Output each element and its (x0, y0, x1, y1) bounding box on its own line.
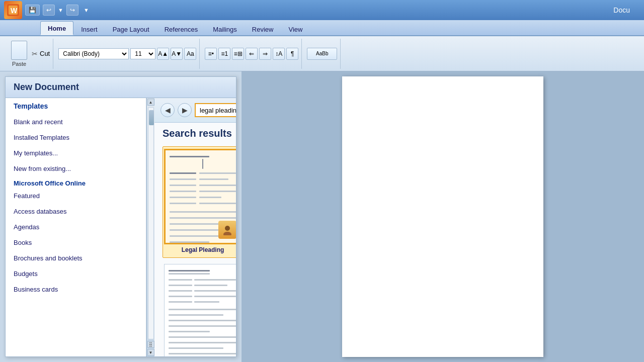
document-area (242, 71, 644, 362)
clipboard-group: Paste ✂ Cut (5, 39, 53, 69)
sidebar-item-templates[interactable]: Templates (6, 98, 146, 114)
document-page (342, 76, 543, 357)
results-area: ◀ ▶ Search results (154, 98, 236, 356)
tab-pagelayout[interactable]: Page Layout (105, 22, 157, 35)
styles-group: AaBb (304, 39, 341, 69)
indent-increase-button[interactable]: ⇒ (259, 48, 271, 60)
style-button[interactable]: AaBb (307, 48, 337, 60)
scroll-thumb[interactable] (149, 110, 154, 125)
sort-button[interactable]: ↕A (273, 48, 285, 60)
template-card-pleading-32[interactable]: Pleading form with 32 lines (163, 264, 236, 356)
tab-view[interactable]: View (281, 22, 310, 35)
grow-font-button[interactable]: A▲ (157, 48, 169, 60)
indent-decrease-button[interactable]: ⇐ (246, 48, 258, 60)
user-icon (218, 221, 236, 239)
svg-point-3 (225, 226, 230, 231)
results-grid: Legal Pleading (154, 142, 236, 356)
template-preview-pleading-32 (164, 264, 236, 356)
new-document-panel: New Document Templates Blank and recent … (5, 76, 236, 357)
paste-label: Paste (12, 61, 26, 67)
svg-point-4 (223, 232, 231, 235)
undo-button[interactable]: ↩ (43, 5, 55, 16)
forward-button[interactable]: ▶ (178, 103, 192, 117)
search-bar: ◀ ▶ (154, 98, 236, 123)
scroll-down-arrow[interactable]: ▼ (147, 349, 154, 356)
results-title: Search results (154, 123, 236, 142)
paragraph-group: ≡• ≡1 ≡⊞ ⇐ ⇒ ↕A ¶ (202, 39, 302, 69)
sidebar-item-installed[interactable]: Installed Templates (6, 130, 146, 145)
sidebar-item-agendas[interactable]: Agendas (6, 219, 146, 235)
tab-mailings[interactable]: Mailings (205, 22, 245, 35)
redo-button[interactable]: ↪ (66, 5, 78, 16)
sidebar-section-ms-online: Microsoft Office Online (6, 176, 146, 188)
back-button[interactable]: ◀ (160, 103, 175, 117)
office-logo: W (4, 1, 22, 19)
cut-button[interactable]: ✂ Cut (32, 50, 50, 58)
ribbon-tabs: Home Insert Page Layout References Maili… (0, 20, 644, 36)
font-group: Calibri (Body) 11 A▲ A▼ Aa (55, 39, 200, 69)
sidebar-item-books[interactable]: Books (6, 235, 146, 250)
sidebar-item-my-templates[interactable]: My templates... (6, 145, 146, 161)
svg-text:W: W (11, 7, 18, 15)
sidebar-item-new-existing[interactable]: New from existing... (6, 161, 146, 176)
save-button[interactable]: 💾 (25, 5, 40, 16)
sidebar-item-access-db[interactable]: Access databases (6, 204, 146, 219)
change-case-button[interactable]: Aa (184, 48, 196, 60)
sidebar-item-budgets[interactable]: Budgets (6, 266, 146, 282)
sidebar-item-blank-recent[interactable]: Blank and recent (6, 114, 146, 130)
app-title: Docu (613, 6, 630, 14)
bullets-button[interactable]: ≡• (205, 48, 217, 60)
tab-review[interactable]: Review (245, 22, 281, 35)
tab-insert[interactable]: Insert (73, 22, 105, 35)
cut-label: Cut (40, 50, 50, 57)
ribbon-toolbar: Paste ✂ Cut Calibri (Body) 11 A▲ A▼ Aa ≡… (0, 36, 644, 71)
template-card-legal-pleading[interactable]: Legal Pleading (163, 146, 236, 258)
sidebar-item-brochures[interactable]: Brochures and booklets (6, 250, 146, 266)
panel-body: Templates Blank and recent Installed Tem… (6, 98, 236, 356)
shrink-font-button[interactable]: A▼ (171, 48, 183, 60)
main-area: New Document Templates Blank and recent … (0, 71, 644, 362)
show-formatting-button[interactable]: ¶ (286, 48, 298, 60)
font-size-select[interactable]: 11 (130, 48, 155, 59)
sidebar-scrollbar[interactable]: ▲ ⣿ ▼ (146, 98, 154, 356)
undo-dropdown[interactable]: ▼ (58, 7, 63, 13)
numbering-button[interactable]: ≡1 (218, 48, 230, 60)
title-bar: W 💾 ↩ ▼ ↪ ▼ Docu (0, 0, 644, 20)
paste-button[interactable]: Paste (8, 40, 30, 68)
tab-home[interactable]: Home (40, 21, 73, 35)
panel-header: New Document (6, 77, 236, 98)
sidebar-container: Templates Blank and recent Installed Tem… (6, 98, 154, 356)
template-preview-legal-pleading (164, 149, 236, 244)
cut-copy-group: ✂ Cut (32, 50, 50, 58)
scissors-icon: ✂ (32, 50, 38, 58)
search-input[interactable] (195, 103, 236, 117)
sidebar: Templates Blank and recent Installed Tem… (6, 98, 146, 356)
sidebar-resize-handle[interactable]: ⣿ (147, 341, 154, 348)
scroll-up-arrow[interactable]: ▲ (147, 99, 154, 106)
font-family-select[interactable]: Calibri (Body) (58, 48, 129, 59)
tab-references[interactable]: References (157, 22, 205, 35)
multilevel-button[interactable]: ≡⊞ (232, 48, 244, 60)
sidebar-item-business-cards[interactable]: Business cards (6, 282, 146, 297)
template-label-legal-pleading: Legal Pleading (182, 244, 224, 255)
quick-access-dropdown[interactable]: ▼ (84, 7, 89, 13)
sidebar-item-featured[interactable]: Featured (6, 188, 146, 204)
scroll-track[interactable] (148, 107, 154, 339)
